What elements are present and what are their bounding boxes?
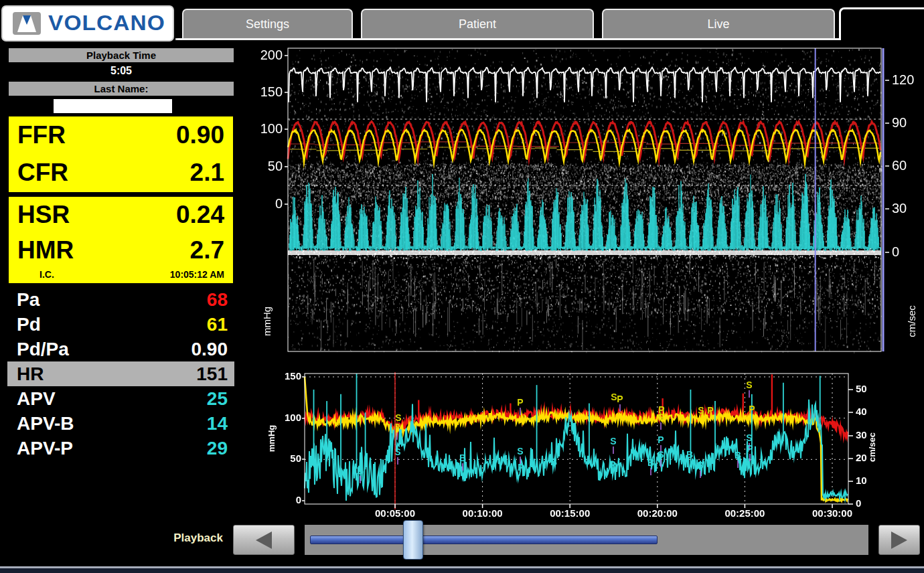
measurement-label: APV xyxy=(17,388,56,410)
measurement-row-pa[interactable]: Pa68 xyxy=(7,287,234,312)
measurement-value: 68 xyxy=(207,289,228,311)
ffr-cfr-panel: FFR 0.90 CFR 2.1 xyxy=(7,115,234,193)
playback-time-header: Playback Time xyxy=(9,48,234,62)
playback-time-value: 5:05 xyxy=(9,64,234,78)
measurement-row-apv[interactable]: APV25 xyxy=(7,386,234,411)
hsr-hmr-panel: HSR 0.24 HMR 2.7 I.C. 10:05:12 AM xyxy=(7,195,234,284)
tab-settings[interactable]: Settings xyxy=(182,9,353,38)
measurement-label: HR xyxy=(17,363,44,385)
measurement-row-hr[interactable]: HR151 xyxy=(7,361,234,386)
measurement-row-apvb[interactable]: APV-B14 xyxy=(7,411,234,436)
measurement-label: Pd/Pa xyxy=(17,339,69,360)
logo-text: VOLCANO xyxy=(48,11,165,35)
arrow-left-icon xyxy=(256,531,272,549)
playback-slider-handle[interactable] xyxy=(403,520,423,560)
arrow-right-icon xyxy=(891,531,907,549)
measurement-label: Pd xyxy=(17,314,41,335)
bottom-strip xyxy=(0,568,924,573)
step-back-button[interactable] xyxy=(233,525,295,555)
ffr-label: FFR xyxy=(17,121,66,149)
measurement-row-pd[interactable]: Pd61 xyxy=(7,312,234,337)
measurement-value: 29 xyxy=(207,438,228,459)
volcano-logo-icon xyxy=(12,11,42,36)
volcano-logo: VOLCANO xyxy=(1,5,174,42)
volcano-console-screen: VOLCANO Settings Patient Live Playback T… xyxy=(0,0,924,573)
measurement-row-apvp[interactable]: APV-P29 xyxy=(7,436,234,461)
measurement-value: 14 xyxy=(207,413,228,434)
measurement-label: APV-B xyxy=(17,413,74,434)
measurement-row-pdpa[interactable]: Pd/Pa0.90 xyxy=(7,337,234,361)
hmr-label: HMR xyxy=(17,236,74,264)
hsr-label: HSR xyxy=(17,201,70,229)
tab-patient[interactable]: Patient xyxy=(361,9,594,38)
measurement-list: Pa68Pd61Pd/Pa0.90HR151APV25APV-B14APV-P2… xyxy=(7,287,234,461)
measurement-value: 0.90 xyxy=(191,339,228,360)
spectral-doppler-chart xyxy=(254,44,924,361)
measurement-value: 151 xyxy=(196,363,228,385)
tab-live[interactable]: Live xyxy=(602,9,835,38)
cfr-label: CFR xyxy=(17,159,68,187)
playback-label: Playback xyxy=(159,531,223,545)
measurement-value: 25 xyxy=(207,388,228,410)
trend-chart[interactable] xyxy=(254,368,924,525)
step-forward-button[interactable] xyxy=(878,525,920,555)
playback-progress-bar xyxy=(310,536,658,544)
measurement-label: Pa xyxy=(17,289,40,311)
tab-underline xyxy=(175,38,840,40)
hmr-value: 2.7 xyxy=(190,236,224,264)
tab-playback-active[interactable] xyxy=(839,7,924,40)
ffr-value: 0.90 xyxy=(176,121,224,149)
ic-timestamp: 10:05:12 AM xyxy=(170,269,224,280)
measurement-value: 61 xyxy=(207,314,228,335)
last-name-header: Last Name: xyxy=(9,82,234,96)
last-name-input[interactable] xyxy=(54,99,172,113)
cfr-value: 2.1 xyxy=(190,159,224,187)
ic-label: I.C. xyxy=(40,269,54,280)
measurement-label: APV-P xyxy=(17,438,73,459)
hsr-value: 0.24 xyxy=(176,201,224,229)
playback-slider-track[interactable] xyxy=(305,525,868,555)
